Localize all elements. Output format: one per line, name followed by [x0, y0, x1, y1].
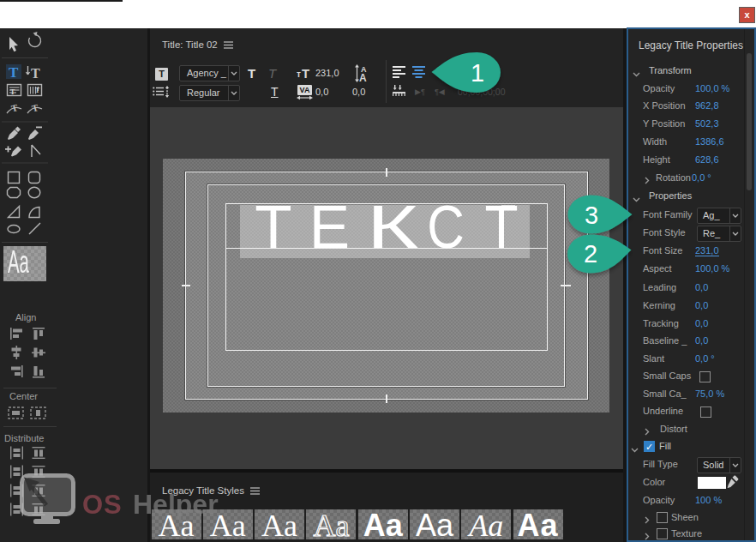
svg-text:3: 3 [585, 202, 598, 229]
svg-text:1: 1 [471, 59, 484, 87]
svg-text:2: 2 [584, 240, 597, 268]
